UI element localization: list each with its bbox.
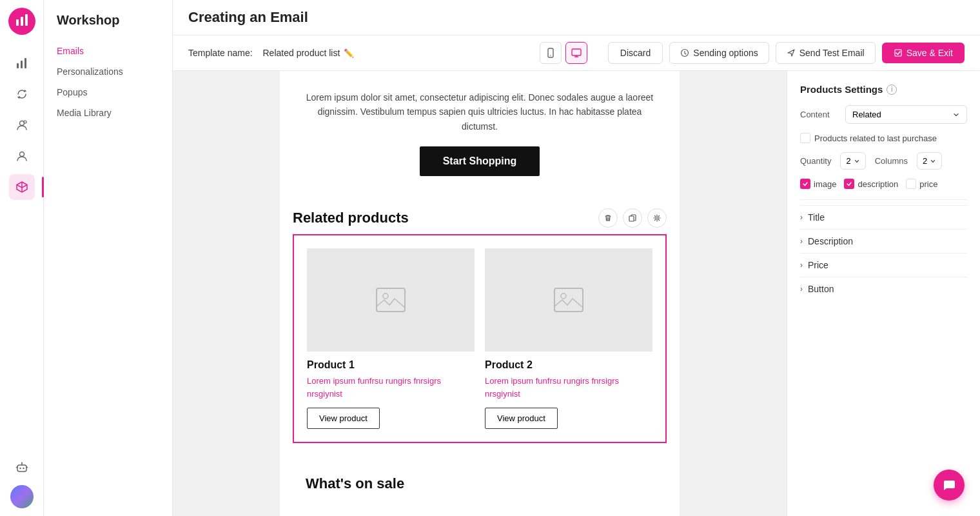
- image-checkbox[interactable]: [800, 179, 810, 189]
- hero-text: Lorem ipsum dolor sit amet, consectetur …: [306, 90, 654, 134]
- svg-rect-3: [17, 63, 19, 68]
- save-exit-button[interactable]: Save & Exit: [882, 43, 965, 63]
- app-logo[interactable]: [8, 8, 35, 35]
- columns-select[interactable]: 2: [917, 152, 942, 170]
- save-exit-label: Save & Exit: [906, 48, 953, 58]
- main-header: Creating an Email: [173, 0, 980, 35]
- content-select-value: Related: [852, 110, 881, 119]
- device-mobile-btn[interactable]: [540, 42, 562, 64]
- svg-rect-9: [17, 465, 26, 471]
- description-toggle: description: [844, 179, 898, 189]
- product-1-desc: Lorem ipsum funfrsu rungirs fnrsigrs nrs…: [307, 375, 475, 400]
- title-expand-icon: ›: [800, 213, 803, 222]
- quantity-select[interactable]: 2: [840, 152, 865, 170]
- chat-button[interactable]: [934, 470, 965, 501]
- sidebar-item-popups[interactable]: Popups: [44, 82, 172, 103]
- page-title: Creating an Email: [188, 9, 308, 26]
- nav-account[interactable]: [9, 143, 35, 169]
- product-image-1: [307, 248, 475, 352]
- user-avatar[interactable]: [10, 485, 34, 508]
- svg-point-23: [561, 293, 566, 299]
- panel-title-text: Products Settings: [800, 84, 883, 95]
- product-1-name: Product 1: [307, 359, 475, 371]
- description-expand-label: Description: [808, 236, 853, 246]
- nav-analytics[interactable]: [9, 50, 35, 76]
- description-label: description: [858, 179, 898, 189]
- columns-value: 2: [923, 156, 927, 166]
- panel-content-row: Content Related: [800, 105, 967, 124]
- svg-rect-1: [21, 17, 23, 26]
- title-expandable[interactable]: › Title: [800, 205, 967, 229]
- email-hero-section: Lorem ipsum dolor sit amet, consectetur …: [280, 71, 680, 195]
- sending-options-button[interactable]: Sending options: [669, 42, 769, 64]
- sale-title: What's on sale: [306, 475, 654, 492]
- send-test-label: Send Test Email: [799, 48, 865, 58]
- product-card-2: Product 2 Lorem ipsum funfrsu rungirs fn…: [485, 248, 652, 429]
- description-checkbox[interactable]: [844, 179, 854, 189]
- related-purchase-row: Products related to last purchase: [800, 133, 967, 143]
- settings-section-btn[interactable]: [647, 208, 667, 228]
- svg-point-19: [656, 217, 658, 219]
- template-name-row: Template name: Related product list ✏️: [188, 48, 354, 58]
- sending-options-label: Sending options: [693, 48, 758, 58]
- panel-info-icon[interactable]: i: [887, 84, 897, 95]
- svg-rect-22: [554, 288, 583, 312]
- content-select[interactable]: Related: [845, 105, 967, 124]
- panel-divider: [800, 199, 967, 200]
- product-2-name: Product 2: [485, 359, 652, 371]
- icon-bar-bottom: [9, 454, 35, 508]
- toolbar: Template name: Related product list ✏️ D…: [173, 35, 980, 71]
- nav-products[interactable]: [9, 174, 35, 200]
- svg-point-11: [23, 468, 24, 469]
- nav-sync[interactable]: [9, 81, 35, 107]
- quantity-label: Quantity: [800, 156, 831, 166]
- title-expand-label: Title: [808, 212, 825, 223]
- product-section-actions: [598, 208, 667, 228]
- svg-rect-4: [21, 61, 23, 68]
- action-buttons: Discard Sending options Send Test Email …: [608, 42, 965, 64]
- device-desktop-btn[interactable]: [565, 42, 587, 64]
- product-2-desc: Lorem ipsum funfrsu rungirs fnrsigrs nrs…: [485, 375, 652, 400]
- right-panel: Products Settings i Content Related Prod…: [787, 71, 980, 516]
- logo-icon: [15, 13, 29, 30]
- price-toggle: price: [906, 179, 937, 189]
- columns-label: Columns: [875, 156, 908, 166]
- svg-rect-5: [24, 58, 26, 68]
- sidebar-item-personalizations[interactable]: Personalizations: [44, 61, 172, 82]
- nav-bot[interactable]: [9, 454, 35, 480]
- device-buttons: [540, 42, 587, 64]
- send-test-button[interactable]: Send Test Email: [776, 42, 876, 64]
- sidebar-item-media-library[interactable]: Media Library: [44, 103, 172, 123]
- sidebar-title: Workshop: [44, 13, 172, 41]
- svg-point-8: [19, 152, 24, 157]
- sale-section: What's on sale: [280, 462, 680, 499]
- price-expandable[interactable]: › Price: [800, 253, 967, 277]
- image-label: image: [814, 179, 836, 189]
- price-label: price: [919, 179, 937, 189]
- sidebar-item-emails[interactable]: Emails: [44, 41, 172, 61]
- nav-contacts[interactable]: [9, 112, 35, 138]
- products-grid-container: Product 1 Lorem ipsum funfrsu rungirs fn…: [293, 234, 667, 443]
- start-shopping-button[interactable]: Start Shopping: [420, 146, 540, 176]
- product-image-2: [485, 248, 652, 352]
- view-product-1-button[interactable]: View product: [307, 408, 380, 429]
- button-expandable[interactable]: › Button: [800, 277, 967, 301]
- button-expand-icon: ›: [800, 284, 803, 293]
- edit-template-name-icon[interactable]: ✏️: [344, 48, 354, 58]
- email-canvas: Lorem ipsum dolor sit amet, consectetur …: [280, 71, 680, 516]
- panel-title: Products Settings i: [800, 84, 967, 95]
- duplicate-section-btn[interactable]: [623, 208, 642, 228]
- related-products-section: Related products: [280, 195, 680, 462]
- related-products-title: Related products: [293, 210, 409, 226]
- field-toggles-row: image description price: [800, 179, 967, 189]
- description-expandable[interactable]: › Description: [800, 229, 967, 253]
- button-expand-label: Button: [808, 284, 834, 294]
- description-expand-icon: ›: [800, 237, 803, 246]
- delete-section-btn[interactable]: [598, 208, 618, 228]
- svg-point-10: [19, 468, 21, 469]
- svg-rect-13: [548, 48, 553, 57]
- related-purchase-checkbox[interactable]: [800, 133, 810, 143]
- view-product-2-button[interactable]: View product: [485, 408, 558, 429]
- price-checkbox[interactable]: [906, 179, 916, 189]
- discard-button[interactable]: Discard: [608, 42, 663, 64]
